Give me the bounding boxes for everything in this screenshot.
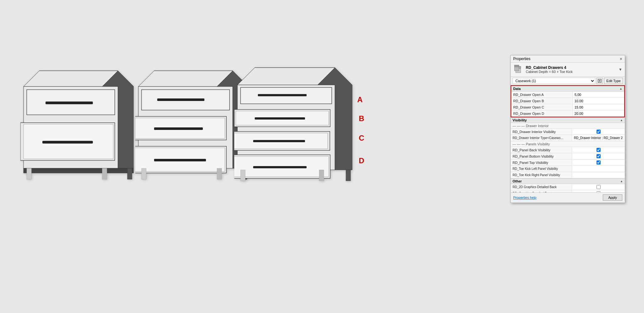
- prop-row-graphics-front: RD_Graphics Detailed Front: [511, 190, 625, 192]
- prop-label-drawer-d: RD_Drawer Open D: [511, 110, 573, 116]
- visibility-section-header: Visibility ▲: [511, 117, 625, 123]
- cabinet-2: [135, 61, 248, 181]
- apply-button[interactable]: Apply: [603, 194, 622, 201]
- prop-row-panel-top-vis: RD_Panel Top Visibility: [511, 159, 625, 166]
- prop-row-panel-bottom-vis: RD_Panel Bottom Visibility: [511, 153, 625, 159]
- component-icon: [513, 64, 523, 75]
- prop-label-drawer-c: RD_Drawer Open C: [511, 104, 573, 110]
- svg-rect-9: [27, 168, 31, 179]
- svg-rect-16: [157, 98, 204, 101]
- component-info: RD_Cabinet Drawers 4 Cabinet Depth = 60 …: [526, 65, 619, 74]
- close-button[interactable]: ×: [620, 57, 622, 61]
- svg-rect-33: [255, 117, 305, 120]
- properties-icon-btn-1[interactable]: [597, 78, 603, 84]
- svg-rect-5: [46, 102, 93, 104]
- svg-rect-40: [241, 170, 245, 181]
- properties-help-link[interactable]: Properties help: [513, 196, 536, 199]
- prop-value-drawer-interior-vis[interactable]: [572, 129, 625, 135]
- svg-rect-39: [253, 166, 307, 168]
- visibility-section-label: Visibility: [513, 118, 527, 122]
- other-section: Other ▲ RD_2D Graphics Detailed Back RD_…: [511, 178, 625, 192]
- prop-value-drawer-interior-type[interactable]: RD_Drawer Interior : RD_Drawer 2: [572, 135, 625, 141]
- prop-label-2d-graphics-back: RD_2D Graphics Detailed Back: [511, 184, 572, 190]
- prop-label-graphics-front: RD_Graphics Detailed Front: [511, 190, 572, 192]
- svg-rect-41: [319, 170, 324, 181]
- panel-header: RD_Cabinet Drawers 4 Cabinet Depth = 60 …: [511, 63, 625, 77]
- cabinet-1: [20, 61, 134, 181]
- prop-label-panel-back-vis: RD_Panel Back Visibility: [511, 147, 572, 153]
- other-section-label: Other: [513, 179, 522, 183]
- prop-value-drawer-d[interactable]: 20.00: [573, 110, 624, 116]
- canvas-background: A B A B C: [0, 0, 644, 313]
- prop-row-drawer-interior-vis: RD_Drawer Interior Visibility: [511, 129, 625, 135]
- svg-rect-24: [217, 168, 222, 179]
- header-dropdown-icon[interactable]: ▼: [619, 67, 622, 72]
- prop-row-toe-kick-left-vis: RD_Toe Kick Left Panel Visibility: [511, 166, 625, 172]
- cabinet-3-label-b: B: [359, 114, 364, 123]
- other-section-header: Other ▲: [511, 178, 625, 184]
- drawer-interior-vis-checkbox[interactable]: [597, 130, 601, 134]
- cabinet-3-label-d: D: [359, 156, 364, 165]
- svg-marker-13: [138, 71, 233, 87]
- visibility-section: Visibility ▲ — — — Drawer Interior RD_Dr…: [511, 117, 625, 178]
- svg-rect-30: [258, 94, 307, 96]
- prop-value-drawer-c[interactable]: 15.00: [573, 104, 624, 110]
- svg-rect-23: [142, 168, 146, 179]
- component-name: RD_Cabinet Drawers 4: [526, 65, 619, 70]
- cabinet-3-label-c: C: [359, 134, 364, 143]
- prop-value-panel-top-vis[interactable]: [572, 159, 625, 165]
- cabinet-3: [234, 58, 354, 184]
- prop-row-drawer-b: RD_Drawer Open B 10.00: [511, 98, 624, 104]
- prop-value-panel-back-vis[interactable]: [572, 147, 625, 153]
- svg-rect-11: [127, 168, 132, 179]
- prop-row-toe-kick-right-vis: RD_Toe Kick Right Panel Visibility: [511, 172, 625, 178]
- data-section-arrow[interactable]: ▲: [619, 87, 622, 90]
- panel-footer: Properties help Apply: [511, 192, 625, 203]
- prop-label-drawer-a: RD_Drawer Open A: [511, 92, 573, 98]
- prop-label-panel-bottom-vis: RD_Panel Bottom Visibility: [511, 153, 572, 159]
- svg-rect-19: [154, 127, 203, 130]
- graphics-front-checkbox[interactable]: [597, 191, 601, 192]
- panel-body: Data ▲ RD_Drawer Open A 5.00 RD_Drawer O…: [511, 85, 625, 192]
- prop-value-drawer-a[interactable]: 5.00: [573, 92, 624, 98]
- panel-back-vis-checkbox[interactable]: [597, 148, 601, 152]
- prop-row-drawer-interior-type: RD_Drawer Interior Type<Casewo... RD_Dra…: [511, 135, 625, 141]
- svg-rect-46: [514, 65, 519, 67]
- cabinet-3-label-a: A: [357, 95, 363, 104]
- prop-label-panel-top-vis: RD_Panel Top Visibility: [511, 159, 572, 165]
- prop-row-drawer-c: RD_Drawer Open C 15.00: [511, 104, 624, 110]
- prop-row-drawer-a: RD_Drawer Open A 5.00: [511, 92, 624, 98]
- prop-row-2d-graphics-back: RD_2D Graphics Detailed Back: [511, 184, 625, 190]
- prop-label-drawer-b: RD_Drawer Open B: [511, 98, 573, 104]
- visibility-section-arrow[interactable]: ▲: [620, 119, 623, 122]
- svg-rect-10: [102, 168, 107, 179]
- data-section: Data ▲ RD_Drawer Open A 5.00 RD_Drawer O…: [511, 85, 625, 117]
- prop-value-panel-bottom-vis[interactable]: [572, 153, 625, 159]
- panel-title: Properties: [513, 57, 530, 61]
- casework-selector[interactable]: Casework (1): [513, 78, 595, 84]
- data-section-label: Data: [513, 87, 521, 91]
- prop-label-drawer-interior-vis: RD_Drawer Interior Visibility: [511, 129, 572, 135]
- edit-type-button[interactable]: Edit Type: [604, 78, 623, 84]
- properties-panel: Properties × RD_Cabinet Drawers 4 Cabine…: [510, 55, 625, 203]
- svg-rect-22: [154, 159, 206, 161]
- svg-marker-1: [24, 71, 118, 87]
- data-section-header: Data ▲: [511, 86, 624, 92]
- prop-row-dash-panels-vis: — — — Panels Visibility: [511, 141, 625, 147]
- panel-top-vis-checkbox[interactable]: [597, 160, 601, 165]
- prop-value-drawer-b[interactable]: 10.00: [573, 98, 624, 104]
- prop-label-toe-kick-left-vis: RD_Toe Kick Left Panel Visibility: [511, 166, 572, 172]
- prop-value-toe-kick-left-vis[interactable]: [572, 166, 625, 172]
- other-section-arrow[interactable]: ▲: [620, 180, 623, 183]
- prop-label-drawer-interior-type: RD_Drawer Interior Type<Casewo...: [511, 135, 572, 141]
- panel-bottom-vis-checkbox[interactable]: [597, 154, 601, 158]
- prop-value-2d-graphics-back[interactable]: [572, 184, 625, 190]
- prop-row-dash-drawer-interior: — — — Drawer Interior: [511, 123, 625, 129]
- panel-selector-row: Casework (1) Edit Type: [511, 77, 625, 85]
- prop-label-toe-kick-right-vis: RD_Toe Kick Right Panel Visibility: [511, 172, 572, 178]
- component-subname: Cabinet Depth = 60 + Toe Kick: [526, 70, 619, 74]
- prop-value-graphics-front[interactable]: [572, 190, 625, 192]
- svg-rect-36: [253, 140, 305, 142]
- 2d-graphics-back-checkbox[interactable]: [597, 185, 601, 189]
- prop-value-toe-kick-right-vis[interactable]: [572, 172, 625, 178]
